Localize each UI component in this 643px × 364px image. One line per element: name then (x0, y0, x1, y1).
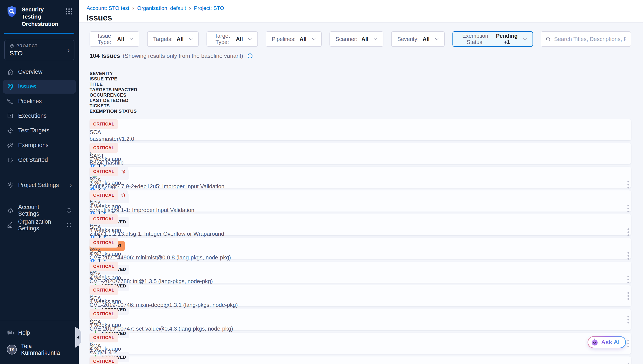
sidebar-item-executions[interactable]: Executions (3, 109, 76, 123)
issue-title: gnutls28@3.7.9-2+deb12u5: Improper Input… (90, 183, 631, 190)
issue-row[interactable]: CRITICAL SCA coreutils@9.1-1: Improper I… (90, 190, 631, 212)
issue-row[interactable]: CRITICAL SCA CVE-2020-7788: ini@1.3.5 (l… (90, 262, 631, 283)
sidebar-item-get-started[interactable]: Get Started (3, 153, 76, 167)
filter-label: Scanner: (336, 36, 358, 42)
sidebar-item-overview[interactable]: Overview (3, 65, 76, 79)
severity-cell: CRITICAL (90, 285, 631, 295)
org-hierarchy-gear-icon (7, 222, 14, 228)
sidebar-item-organization-settings[interactable]: Organization Settings (3, 218, 76, 232)
col-last-detected: LAST DETECTED (90, 98, 631, 103)
filter-dropdown[interactable]: Severity: All (391, 31, 445, 47)
chevron-right-icon: › (70, 182, 72, 188)
severity-badge: CRITICAL (90, 190, 118, 200)
issue-row[interactable]: CRITICAL SCA CVE-2019-10747: set-value@0… (90, 309, 631, 330)
chevron-right-icon: › (132, 5, 134, 12)
filter-dropdown[interactable]: Scanner: All (329, 31, 384, 47)
divider (5, 173, 74, 173)
filter-dropdown[interactable]: Pipelines: All (266, 31, 322, 47)
severity-badge: CRITICAL (90, 238, 118, 248)
app-title: Security Testing Orchestration (22, 6, 61, 28)
severity-badge: CRITICAL (90, 356, 118, 364)
cube-icon (10, 44, 14, 48)
severity-cell: CRITICAL (90, 356, 631, 364)
ask-ai-button[interactable]: Ask AI (587, 336, 626, 348)
sidebar-item-project-settings[interactable]: Project Settings › (3, 178, 76, 192)
issue-row[interactable]: CRITICAL SAST webpack@5.64.1 1 1 2 month… (90, 356, 631, 364)
filter-value: All (299, 36, 307, 42)
issue-type: SCA (90, 271, 631, 278)
issue-row[interactable]: CRITICAL SCA swig//1.4.2 1 2 1 month ago… (90, 333, 631, 354)
sidebar-item-pipelines[interactable]: Pipelines (3, 94, 76, 108)
help-button[interactable]: ? Help (3, 326, 76, 339)
issue-row[interactable]: CRITICAL SCA CVE-2019-10746: mixin-deep@… (90, 285, 631, 306)
chevron-down-icon (248, 38, 252, 40)
issue-type: SCA (90, 129, 631, 136)
col-title: TITLE (90, 82, 631, 87)
severity-cell: CRITICAL (90, 333, 631, 342)
info-icon[interactable] (247, 53, 253, 59)
severity-cell: CRITICAL (90, 214, 631, 224)
search-box (541, 31, 631, 47)
filter-dropdown[interactable]: Exemption Status: Pending +1 (452, 31, 533, 47)
issue-row[interactable]: CRITICAL SCA zlib@1:1.2.13.dfsg-1: Integ… (90, 214, 631, 235)
filter-dropdown[interactable]: Targets: All (147, 31, 199, 47)
avatar: TK (7, 344, 17, 354)
breadcrumb-organization-link[interactable]: Organization: default (137, 5, 186, 11)
issue-row[interactable]: CRITICAL SAST B324: hashlib 8 32 3 weeks… (90, 143, 631, 164)
breadcrumb-account-link[interactable]: Account: STO test (87, 5, 129, 11)
sidebar-item-label: Exemptions (18, 142, 49, 148)
project-selector[interactable]: PROJECT STO › (4, 40, 75, 60)
issue-title: CVE-2019-10747: set-value@0.4.3 (lang-pk… (90, 326, 631, 332)
issue-title: coreutils@9.1-1: Improper Input Validati… (90, 207, 631, 214)
user-menu[interactable]: TK Teja Kummarikuntla (3, 340, 76, 359)
gear-icon (7, 182, 14, 189)
col-severity: SEVERITY (90, 71, 631, 76)
filter-label: Severity: (397, 36, 419, 42)
info-icon[interactable] (66, 222, 72, 228)
breadcrumb-project-link[interactable]: Project: STO (194, 5, 224, 11)
search-input[interactable] (554, 36, 626, 42)
issue-title: CVE-2020-7788: ini@1.3.5 (lang-pkgs, nod… (90, 278, 631, 285)
issues-table-body: CRITICAL SCA bassmaster//1.2.0 1 9 2 wee… (90, 119, 631, 364)
filter-dropdown[interactable]: Issue Type: All (90, 31, 139, 47)
executions-icon (7, 112, 14, 120)
severity-cell: CRITICAL (90, 167, 631, 176)
svg-text:?: ? (9, 330, 11, 334)
filter-dropdown[interactable]: Target Type: All (207, 31, 258, 47)
filter-label: Exemption Status: (458, 33, 492, 45)
sidebar-nav: Overview Issues Pipelines Executions Tes… (0, 62, 79, 168)
severity-cell: CRITICAL (90, 262, 631, 271)
target-icon (7, 127, 14, 134)
chevron-down-icon (435, 38, 439, 40)
sidebar-item-test-targets[interactable]: Test Targets (3, 124, 76, 138)
issue-title: CVE-2019-10746: mixin-deep@1.3.1 (lang-p… (90, 302, 631, 308)
breadcrumb: Account: STO test › Organization: defaul… (87, 5, 634, 12)
issues-count-note: (Showing results only from the baseline … (123, 52, 243, 59)
issue-title: zlib@1:1.2.13.dfsg-1: Integer Overflow o… (90, 230, 631, 237)
ask-ai-label: Ask AI (601, 339, 620, 346)
collapse-arrow-icon (77, 335, 79, 339)
issue-type: SCA (90, 319, 631, 326)
filter-label: Issue Type: (96, 33, 113, 45)
issue-row[interactable]: CRITICAL SCA bassmaster//1.2.0 1 9 2 wee… (90, 119, 631, 140)
module-grid-icon[interactable] (65, 7, 73, 16)
main-content: Account: STO test › Organization: defaul… (79, 0, 643, 364)
info-icon[interactable] (66, 208, 72, 213)
issues-content: Issue Type: All Targets: All Target Type… (79, 23, 643, 364)
project-name: STO (10, 50, 67, 57)
sidebar: Security Testing Orchestration PROJECT S… (0, 0, 79, 364)
chevron-down-icon (312, 38, 316, 40)
issue-title: CVE-2021-44906: minimist@0.0.8 (lang-pkg… (90, 254, 631, 261)
issue-type: SCA (90, 295, 631, 302)
col-issue-type: ISSUE TYPE (90, 76, 631, 82)
eye-slash-icon (7, 142, 14, 149)
sidebar-item-account-settings[interactable]: Account Settings (3, 204, 76, 217)
sidebar-item-exemptions[interactable]: Exemptions (3, 138, 76, 152)
issue-row[interactable]: CRITICAL SCA CVE-2021-44906: minimist@0.… (90, 238, 631, 259)
help-label: Help (18, 330, 30, 336)
sidebar-item-issues[interactable]: Issues (3, 80, 76, 94)
issue-row[interactable]: CRITICAL SCA gnutls28@3.7.9-2+deb12u5: I… (90, 167, 631, 188)
filter-value: Pending +1 (496, 33, 518, 45)
chevron-down-icon (373, 38, 377, 40)
module-accent-bar (4, 33, 74, 34)
